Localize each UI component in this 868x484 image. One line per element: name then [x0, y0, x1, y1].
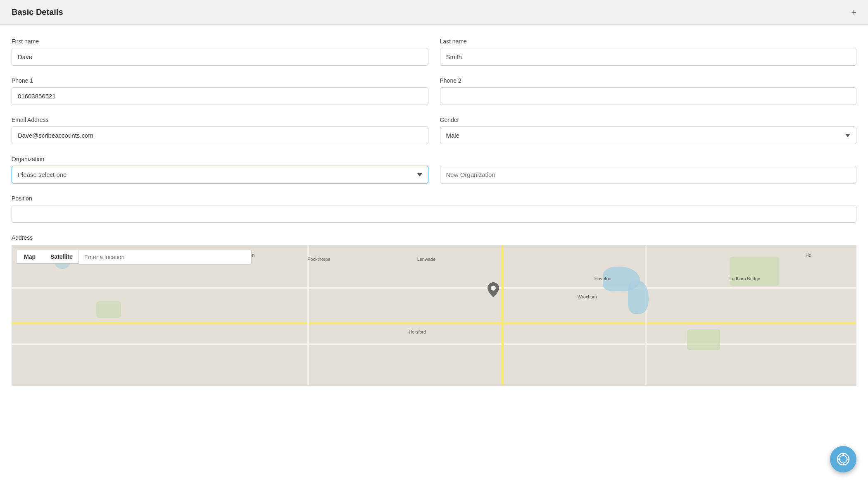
section-title: Basic Details [12, 7, 63, 17]
gender-group: Gender Male Female Other Prefer not to s… [440, 117, 857, 144]
phone2-input[interactable] [440, 87, 857, 105]
new-org-group: Organization [440, 156, 857, 184]
green3 [96, 301, 121, 318]
section-header: Basic Details + [0, 0, 868, 25]
map-pin [488, 282, 499, 298]
water2 [628, 281, 649, 314]
town-hoveton: Hoveton [595, 276, 611, 281]
phone-row: Phone 1 Phone 2 [12, 77, 856, 105]
first-name-group: First name [12, 38, 428, 66]
town-lenwade: Lenwade [417, 257, 436, 262]
map-background: Hoveton Wroxham Horsford Ludham Bridge R… [12, 246, 856, 385]
first-name-label: First name [12, 38, 428, 45]
support-button[interactable] [830, 446, 856, 472]
position-group: Position [12, 195, 856, 223]
phone2-label: Phone 2 [440, 77, 857, 84]
email-label: Email Address [12, 117, 428, 123]
address-label: Address [12, 234, 856, 241]
town-wroxham: Wroxham [578, 294, 597, 299]
map-controls: Map Satellite [16, 250, 81, 264]
map-search-input[interactable] [78, 250, 252, 265]
town-bawdeswell: Pockthorpe [307, 257, 331, 262]
road-v2 [502, 246, 504, 385]
name-row: First name Last name [12, 38, 856, 66]
position-label: Position [12, 195, 856, 202]
last-name-label: Last name [440, 38, 857, 45]
phone1-label: Phone 1 [12, 77, 428, 84]
email-gender-row: Email Address Gender Male Female Other P… [12, 117, 856, 144]
position-row: Position [12, 195, 856, 223]
svg-point-2 [839, 455, 847, 463]
organization-row: Organization Please select one Organizat… [12, 156, 856, 184]
page-container: Basic Details + First name Last name Pho… [0, 0, 868, 484]
map-button[interactable]: Map [17, 250, 43, 263]
phone1-group: Phone 1 [12, 77, 428, 105]
town-ludham: Ludham Bridge [730, 276, 761, 281]
organization-group: Organization Please select one [12, 156, 428, 184]
road-v3 [645, 246, 647, 385]
last-name-group: Last name [440, 38, 857, 66]
expand-button[interactable]: + [851, 8, 856, 17]
form-body: First name Last name Phone 1 Phone 2 Ema… [0, 25, 868, 399]
road-h3 [12, 343, 856, 345]
email-group: Email Address [12, 117, 428, 144]
first-name-input[interactable] [12, 48, 428, 66]
last-name-input[interactable] [440, 48, 857, 66]
map-search-container [78, 250, 252, 265]
town-he: He [805, 253, 811, 257]
road-h2 [12, 287, 856, 289]
phone2-group: Phone 2 [440, 77, 857, 105]
road-h1 [12, 322, 856, 325]
svg-point-0 [491, 286, 496, 291]
town-horsford: Horsford [409, 329, 426, 334]
organization-label: Organization [12, 156, 428, 162]
road-v1 [307, 246, 309, 385]
help-icon [836, 452, 851, 467]
gender-label: Gender [440, 117, 857, 123]
phone1-input[interactable] [12, 87, 428, 105]
new-org-input[interactable] [440, 166, 857, 184]
gender-select[interactable]: Male Female Other Prefer not to say [440, 126, 857, 144]
map-container: Hoveton Wroxham Horsford Ludham Bridge R… [12, 245, 856, 386]
green2 [687, 329, 720, 350]
position-input[interactable] [12, 205, 856, 223]
email-input[interactable] [12, 126, 428, 144]
satellite-button[interactable]: Satellite [43, 250, 80, 263]
organization-select[interactable]: Please select one [12, 166, 428, 184]
green1 [730, 257, 779, 286]
